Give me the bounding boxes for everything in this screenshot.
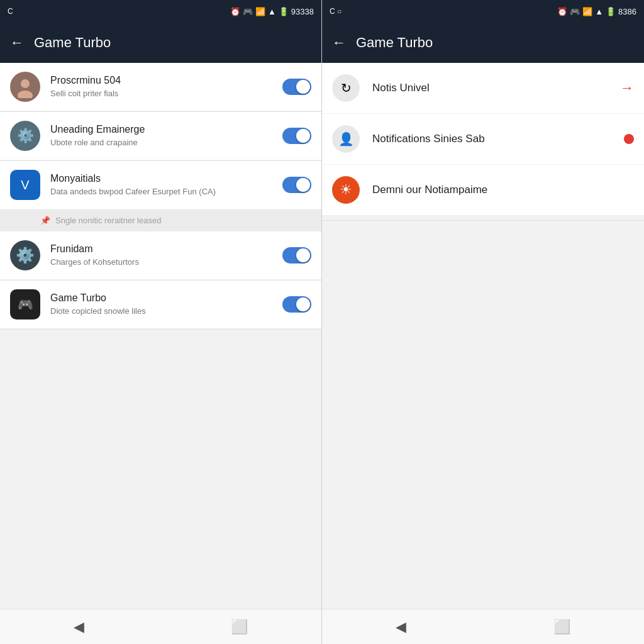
monyaitials-text: Monyaitials Data andeds bwpod Cafeer Esu… [50, 172, 272, 197]
frunidam-toggle-knob [296, 248, 310, 262]
refresh-icon: ↻ [341, 80, 352, 96]
demni-title: Demni our Notiampaime [372, 184, 634, 196]
right-phone-panel: C ○ ⏰ 🎮 📶 ▲ 🔋 8386 ← Game Turbo ↻ Notis … [322, 0, 644, 644]
sun-gear-icon: ☀ [340, 182, 352, 198]
right-list-item-demni[interactable]: ☀ Demni our Notiampaime [322, 165, 644, 215]
right-clock-icon: ⏰ [557, 7, 567, 16]
right-wifi-icon: 📶 [582, 7, 592, 16]
right-signal-icon: ▲ [595, 7, 603, 16]
frunidam-text: Frunidam Charges of Kohseturtors [50, 243, 272, 268]
proscrminu-subtitle: Selli coit priter fials [50, 89, 272, 99]
right-status-right: ⏰ 🎮 📶 ▲ 🔋 8386 [557, 7, 636, 16]
list-item-gameturbo[interactable]: 🎮 Game Turbo Diote copicled snowle liles [0, 280, 321, 328]
person-icon: 👤 [338, 131, 354, 147]
gameturbo-toggle[interactable] [282, 296, 311, 313]
right-app-title: Game Turbo [356, 35, 433, 51]
left-app-title: Game Turbo [34, 35, 111, 51]
frunidam-title: Frunidam [50, 243, 272, 256]
right-status-icon: C ○ [330, 7, 341, 16]
left-phone-panel: C ⏰ 🎮 📶 ▲ 🔋 93338 ← Game Turbo [0, 0, 322, 644]
right-app-bar: ← Game Turbo [322, 23, 644, 63]
left-back-button[interactable]: ← [10, 35, 24, 51]
proscrminu-text: Proscrminu 504 Selli coit priter fials [50, 74, 272, 99]
proscrminu-toggle-knob [296, 80, 310, 94]
monyaitials-toggle-knob [296, 178, 310, 192]
right-divider [322, 220, 644, 221]
monyaitials-subtitle: Data andeds bwpod Cafeer Esurpet Fun (CA… [50, 187, 272, 197]
status-battery-icon: 🔋 [279, 7, 289, 16]
gameturbo-icon: 🎮 [10, 289, 40, 319]
right-status-bar: C ○ ⏰ 🎮 📶 ▲ 🔋 8386 [322, 0, 644, 23]
frunidam-toggle[interactable] [282, 247, 311, 264]
frunidam-subtitle: Charges of Kohseturtors [50, 257, 272, 268]
demni-icon: ☀ [332, 176, 360, 204]
uneading-icon: ⚙️ [10, 121, 40, 151]
right-content: ↻ Notis Univel → 👤 Notifications Sinies … [322, 63, 644, 609]
left-content: Proscrminu 504 Selli coit priter fials ⚙… [0, 63, 321, 609]
right-home-nav-button[interactable]: ⬜ [553, 619, 570, 635]
section-header: 📌 Sngle nonitic reraitner leased [0, 209, 321, 231]
notis-icon: ↻ [332, 74, 360, 102]
gear-icon: ⚙️ [17, 128, 34, 144]
avatar-svg [14, 75, 36, 98]
proscrminu-toggle[interactable] [282, 79, 311, 95]
notis-title: Notis Univel [372, 82, 608, 94]
uneading-toggle-knob [296, 129, 310, 143]
section-header-icon: 📌 [40, 216, 50, 225]
red-dot-indicator [624, 134, 634, 144]
left-back-nav-button[interactable]: ◀ [74, 619, 84, 635]
right-badge-icon: 🎮 [570, 7, 580, 16]
left-nav-bar: ◀ ⬜ [0, 609, 321, 644]
app-icon: V [21, 178, 29, 192]
right-list-item-notifications[interactable]: 👤 Notifications Sinies Sab [322, 114, 644, 165]
status-wifi-icon: 📶 [255, 7, 265, 16]
left-status-icon: C [8, 7, 13, 16]
uneading-title: Uneading Emainerge [50, 123, 272, 136]
right-status-left: C ○ [330, 7, 341, 16]
proscrminu-title: Proscrminu 504 [50, 74, 272, 87]
list-item-proscrminu[interactable]: Proscrminu 504 Selli coit priter fials [0, 63, 321, 111]
uneading-text: Uneading Emainerge Ubote role and crapai… [50, 123, 272, 148]
right-battery-icon: 🔋 [606, 7, 616, 16]
right-back-nav-button[interactable]: ◀ [396, 619, 406, 635]
frunidam-gear-icon: ⚙️ [16, 247, 35, 264]
divider-4 [0, 329, 321, 330]
left-app-bar: ← Game Turbo [0, 23, 321, 63]
monyaitials-icon: V [10, 170, 40, 200]
monyaitials-toggle[interactable] [282, 177, 311, 193]
proscrminu-icon [10, 72, 40, 102]
list-item-frunidam[interactable]: ⚙️ Frunidam Charges of Kohseturtors [0, 231, 321, 279]
monyaitials-title: Monyaitials [50, 172, 272, 186]
right-time: 8386 [618, 7, 636, 16]
right-list-item-notis[interactable]: ↻ Notis Univel → [322, 63, 644, 114]
gameturbo-text: Game Turbo Diote copicled snowle liles [50, 292, 272, 317]
right-nav-bar: ◀ ⬜ [322, 609, 644, 644]
svg-point-1 [21, 79, 30, 88]
notifications-icon: 👤 [332, 125, 360, 153]
right-arrow-icon: → [620, 80, 634, 96]
left-status-bar: C ⏰ 🎮 📶 ▲ 🔋 93338 [0, 0, 321, 23]
list-item-uneading[interactable]: ⚙️ Uneading Emainerge Ubote role and cra… [0, 112, 321, 160]
gameturbo-subtitle: Diote copicled snowle liles [50, 306, 272, 317]
uneading-toggle[interactable] [282, 128, 311, 144]
right-back-button[interactable]: ← [332, 35, 346, 51]
status-clock-icon: ⏰ [230, 7, 240, 16]
game-icon: 🎮 [18, 297, 33, 312]
section-header-text: Sngle nonitic reraitner leased [55, 216, 161, 225]
left-home-nav-button[interactable]: ⬜ [231, 619, 248, 635]
notifications-title: Notifications Sinies Sab [372, 133, 611, 145]
status-badge-icon: 🎮 [243, 7, 253, 16]
status-time: 93338 [291, 7, 314, 16]
list-item-monyaitials[interactable]: V Monyaitials Data andeds bwpod Cafeer E… [0, 161, 321, 209]
status-signal-icon: ▲ [268, 7, 276, 16]
frunidam-icon: ⚙️ [10, 240, 40, 270]
status-right-icons: ⏰ 🎮 📶 ▲ 🔋 93338 [230, 7, 314, 16]
gameturbo-toggle-knob [296, 297, 310, 311]
status-left-icons: C [8, 7, 13, 16]
uneading-subtitle: Ubote role and crapaine [50, 138, 272, 148]
gameturbo-title: Game Turbo [50, 292, 272, 305]
